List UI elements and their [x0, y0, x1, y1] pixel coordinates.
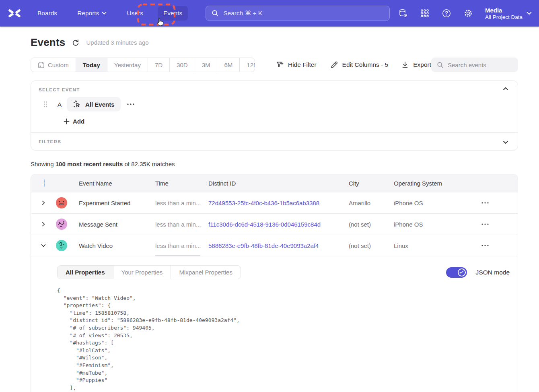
page-header: Events Updated 3 minutes ago	[31, 36, 149, 49]
refresh-icon[interactable]	[72, 39, 80, 47]
cell-distinct-id-link[interactable]: f11c30d6-dc6d-4518-9136-0d046159c84d	[208, 221, 349, 228]
project-name: Media	[485, 6, 523, 14]
chevron-down-icon	[41, 243, 46, 248]
chevron-right-icon	[41, 221, 46, 227]
chevron-down-icon	[102, 12, 107, 15]
row-more-icon[interactable]	[480, 241, 490, 250]
global-search-input[interactable]: Search ⌘ + K	[206, 6, 390, 21]
expand-collapse-all-icon[interactable]: ↓↑	[41, 179, 47, 188]
properties-tabs: All Properties Your Properties Mixpanel …	[57, 265, 241, 279]
collapse-select-event-icon[interactable]	[502, 86, 509, 92]
date-option-today[interactable]: Today	[76, 58, 107, 72]
calendar-icon	[38, 62, 45, 68]
event-avatar	[56, 197, 67, 208]
tab-your-properties[interactable]: Your Properties	[113, 266, 171, 279]
project-scope: All Project Data	[485, 14, 523, 20]
cell-time: less than a min...	[155, 221, 208, 228]
filters-label: FILTERS	[39, 139, 61, 144]
row-more-icon[interactable]	[480, 199, 490, 207]
date-option-12m[interactable]: 12M	[240, 58, 255, 72]
mixpanel-logo-icon[interactable]	[8, 8, 21, 18]
cell-event-name: Watch Video	[79, 242, 155, 249]
table-row: Experiment Started less than a min... 72…	[31, 192, 518, 214]
date-option-custom[interactable]: Custom	[31, 58, 76, 72]
help-icon[interactable]	[442, 8, 451, 18]
collapse-row-button[interactable]	[36, 243, 56, 248]
cell-city: (not set)	[349, 221, 394, 228]
date-option-yesterday[interactable]: Yesterday	[107, 58, 148, 72]
event-row-letter: A	[58, 101, 62, 108]
cell-time: less than a min...	[155, 200, 208, 206]
json-mode-toggle[interactable]	[446, 267, 467, 278]
query-builder-card: SELECT EVENT A All Events	[31, 80, 518, 151]
nav-item-boards[interactable]: Boards	[32, 6, 63, 21]
cell-city: (not set)	[349, 242, 394, 249]
event-avatar	[56, 240, 67, 251]
search-icon	[437, 62, 444, 68]
events-table: ↓↑ Event Name Time Distinct ID City Oper…	[31, 174, 518, 392]
all-events-selector[interactable]: All Events	[67, 97, 121, 111]
top-navigation: Boards Reports Users Events Search ⌘ + K	[0, 0, 539, 27]
chevron-down-icon	[527, 12, 532, 15]
cell-os: iPhone OS	[394, 200, 480, 206]
date-option-7d[interactable]: 7D	[148, 58, 170, 72]
column-header-os: Operating System	[394, 180, 480, 187]
date-option-3m[interactable]: 3M	[195, 58, 218, 72]
cell-event-name: Message Sent	[79, 221, 155, 228]
page-title: Events	[31, 36, 65, 49]
column-header-time: Time	[155, 180, 208, 187]
table-header-row: ↓↑ Event Name Time Distinct ID City Oper…	[31, 174, 518, 192]
drag-handle-icon[interactable]	[43, 101, 48, 107]
date-option-6m[interactable]: 6M	[217, 58, 240, 72]
date-range-segmented-control: Custom Today Yesterday 7D 30D 3M 6M 12M	[31, 58, 255, 72]
select-event-label: SELECT EVENT	[39, 87, 80, 92]
event-query-row: A All Events	[31, 97, 518, 111]
cell-city: Amarillo	[349, 200, 394, 206]
hide-filter-button[interactable]: Hide Filter	[276, 61, 317, 69]
nav-item-users[interactable]: Users	[121, 6, 148, 21]
tab-all-properties[interactable]: All Properties	[58, 266, 113, 279]
table-row: Message Sent less than a min... f11c30d6…	[31, 214, 518, 235]
cell-time: less than a min...	[155, 242, 208, 249]
download-icon	[401, 61, 409, 69]
last-updated-text: Updated 3 minutes ago	[86, 39, 148, 46]
search-events-input[interactable]: Search events	[431, 58, 518, 72]
check-icon	[459, 270, 464, 274]
sparkle-cursor-icon	[73, 100, 82, 109]
controls-row: Custom Today Yesterday 7D 30D 3M 6M 12M …	[31, 58, 518, 72]
date-option-30d[interactable]: 30D	[170, 58, 195, 72]
search-icon	[212, 10, 219, 17]
search-events-placeholder: Search events	[448, 62, 486, 68]
event-detail-panel: All Properties Your Properties Mixpanel …	[31, 256, 518, 392]
pencil-icon	[330, 61, 338, 69]
expand-row-button[interactable]	[36, 221, 56, 227]
chevron-right-icon	[41, 200, 46, 206]
nav-item-events[interactable]: Events	[158, 6, 188, 21]
row-more-icon[interactable]	[480, 220, 490, 228]
expand-row-button[interactable]	[36, 200, 56, 206]
event-avatar	[56, 219, 67, 230]
edit-columns-button[interactable]: Edit Columns · 5	[330, 61, 389, 69]
search-placeholder: Search ⌘ + K	[223, 10, 262, 17]
cell-distinct-id-link[interactable]: 5886283e-e9fb-48fb-81de-40e9093a2af4	[208, 242, 349, 249]
filters-section: FILTERS	[31, 132, 518, 151]
plus-icon	[64, 118, 70, 124]
cell-event-name: Experiment Started	[79, 200, 155, 206]
json-mode-label: JSON mode	[476, 269, 510, 276]
event-row-more-icon[interactable]	[126, 100, 135, 108]
project-selector[interactable]: Media All Project Data	[485, 6, 532, 20]
cell-distinct-id-link[interactable]: 72d49553-25fc-4f0c-b436-1b5ac6ab3388	[208, 200, 349, 206]
settings-gear-icon[interactable]	[463, 8, 473, 18]
filter-funnel-icon	[276, 61, 284, 69]
nav-item-reports[interactable]: Reports	[72, 6, 112, 21]
tab-mixpanel-properties[interactable]: Mixpanel Properties	[171, 266, 241, 279]
event-json-code: { "event": "Watch Video", "properties": …	[57, 287, 510, 392]
apps-grid-icon[interactable]	[420, 8, 430, 18]
export-button[interactable]: Export	[401, 61, 431, 69]
expand-filters-icon[interactable]	[502, 139, 509, 145]
add-event-button[interactable]: Add	[64, 118, 84, 125]
cell-os: Linux	[394, 242, 480, 249]
selected-event-name: All Events	[85, 101, 115, 108]
column-header-distinct-id: Distinct ID	[208, 180, 349, 187]
data-management-icon[interactable]	[398, 8, 408, 18]
